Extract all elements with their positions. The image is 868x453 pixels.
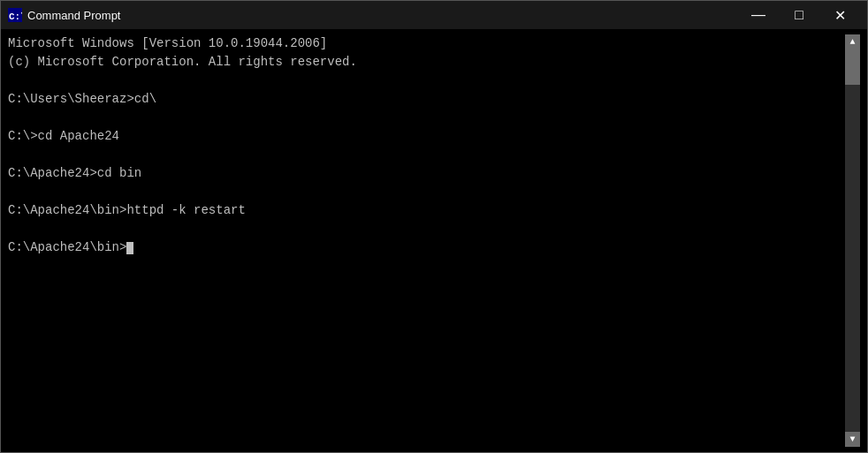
cmd-window: C:\ Command Prompt — □ ✕ Microsoft Windo… — [0, 0, 868, 453]
minimize-button[interactable]: — — [738, 1, 779, 29]
scroll-up-arrow[interactable]: ▲ — [845, 34, 860, 49]
window-title: Command Prompt — [27, 9, 738, 22]
scrollbar[interactable]: ▲ ▼ — [845, 34, 860, 447]
close-button[interactable]: ✕ — [819, 1, 860, 29]
scrollbar-thumb[interactable] — [845, 49, 860, 85]
window-controls: — □ ✕ — [738, 1, 860, 29]
maximize-button[interactable]: □ — [779, 1, 819, 29]
console-content: Microsoft Windows [Version 10.0.19044.20… — [8, 34, 845, 447]
title-bar: C:\ Command Prompt — □ ✕ — [1, 1, 867, 29]
svg-text:C:\: C:\ — [9, 11, 22, 22]
console-area[interactable]: Microsoft Windows [Version 10.0.19044.20… — [1, 29, 867, 452]
scrollbar-track[interactable] — [845, 49, 860, 432]
cursor — [126, 242, 133, 254]
cmd-icon: C:\ — [8, 8, 22, 22]
scroll-down-arrow[interactable]: ▼ — [845, 432, 860, 447]
